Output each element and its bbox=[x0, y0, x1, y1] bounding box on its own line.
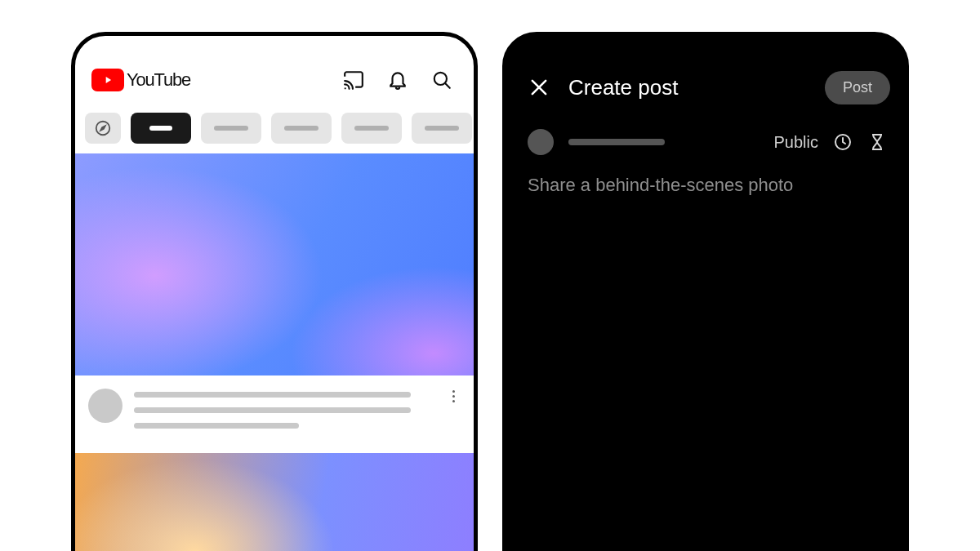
schedule-icon[interactable] bbox=[833, 132, 853, 152]
filter-chip[interactable] bbox=[271, 113, 332, 144]
compass-icon bbox=[94, 119, 112, 137]
notifications-icon[interactable] bbox=[387, 69, 408, 91]
channel-avatar[interactable] bbox=[88, 389, 122, 423]
search-icon[interactable] bbox=[431, 69, 452, 91]
author-avatar[interactable] bbox=[528, 129, 554, 155]
cast-icon[interactable] bbox=[343, 69, 364, 91]
video-options-button[interactable] bbox=[446, 389, 461, 402]
svg-line-2 bbox=[445, 83, 449, 87]
channel-row: Public bbox=[506, 114, 905, 160]
youtube-home-phone: YouTube bbox=[71, 32, 478, 551]
filter-chip-bar[interactable] bbox=[75, 106, 474, 153]
expiration-icon[interactable] bbox=[867, 132, 887, 152]
video-thumbnail[interactable] bbox=[75, 453, 474, 551]
header-actions bbox=[343, 69, 457, 91]
header: YouTube bbox=[75, 36, 474, 106]
close-icon[interactable] bbox=[528, 76, 550, 99]
create-post-phone: Create post Post Public Share a behind-t… bbox=[502, 32, 909, 551]
filter-chip[interactable] bbox=[201, 113, 261, 144]
visibility-selector[interactable]: Public bbox=[774, 133, 818, 152]
filter-chip-selected[interactable] bbox=[131, 113, 191, 144]
youtube-play-icon bbox=[91, 69, 124, 91]
create-post-header: Create post Post bbox=[506, 36, 905, 114]
youtube-wordmark: YouTube bbox=[127, 69, 190, 91]
video-thumbnail[interactable] bbox=[75, 153, 474, 375]
filter-chip[interactable] bbox=[412, 113, 472, 144]
filter-chip[interactable] bbox=[341, 113, 402, 144]
svg-point-0 bbox=[345, 87, 346, 89]
post-text-input[interactable]: Share a behind-the-scenes photo bbox=[506, 160, 905, 211]
video-meta-row bbox=[75, 375, 474, 453]
post-button[interactable]: Post bbox=[825, 71, 890, 104]
youtube-logo[interactable]: YouTube bbox=[91, 69, 190, 91]
video-title-placeholder[interactable] bbox=[134, 389, 434, 438]
page-title: Create post bbox=[568, 75, 807, 100]
author-name-placeholder bbox=[568, 139, 665, 145]
chip-explore[interactable] bbox=[85, 113, 121, 144]
